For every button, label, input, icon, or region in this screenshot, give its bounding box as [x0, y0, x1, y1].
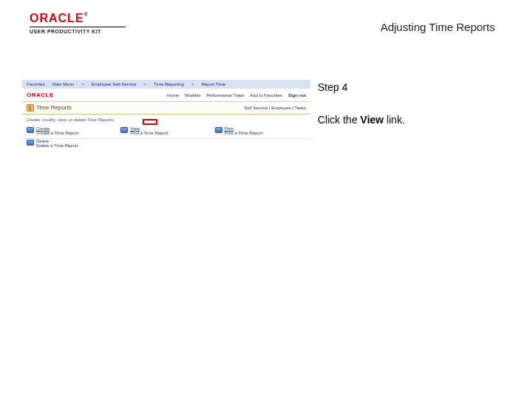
content-row: Favorites Main Menu > Employee Self-Serv… — [22, 80, 510, 152]
delete-sub: Delete a Time Report — [36, 143, 78, 148]
folder-icon — [27, 104, 34, 112]
logo-block: ORACLE® USER PRODUCTIVITY KIT — [30, 12, 126, 34]
app-instruction: Create, modify, view, or delete Time Rep… — [22, 115, 310, 125]
doc-icon — [120, 127, 128, 133]
nav-perf[interactable]: Performance Trace — [206, 93, 244, 98]
embedded-screenshot: Favorites Main Menu > Employee Self-Serv… — [22, 80, 310, 152]
instruction-panel: Step 4 Click the View link. — [318, 80, 495, 126]
crumb-time[interactable]: Time Reporting — [154, 82, 184, 86]
action-delete[interactable]: Delete Delete a Time Report — [22, 139, 310, 152]
app-breadcrumb-bar: Favorites Main Menu > Employee Self-Serv… — [22, 80, 310, 89]
nav-addfav[interactable]: Add to Favorites — [250, 93, 282, 98]
app-page-title: Time Reports — [27, 104, 72, 112]
highlight-box — [143, 119, 157, 125]
app-oracle-logo: ORACLE — [27, 92, 54, 98]
app-sub-header: Time Reports Self Service | Employee | T… — [22, 102, 310, 115]
action-print[interactable]: Print Print a Time Report — [215, 126, 306, 135]
instruction-prefix: Click the — [318, 114, 361, 126]
step-label: Step 4 — [318, 81, 495, 93]
nav-home[interactable]: Home — [167, 93, 179, 98]
doc-icon — [27, 140, 34, 146]
doc-icon — [27, 127, 34, 133]
page-header: ORACLE® USER PRODUCTIVITY KIT Adjusting … — [0, 0, 532, 44]
print-sub: Print a Time Report — [225, 131, 263, 135]
crumb-report[interactable]: Report Time — [201, 82, 225, 86]
view-sub: Find a Time Report — [130, 131, 168, 135]
page-title: Adjusting Time Reports — [381, 21, 495, 33]
app-top-nav: Home Worklist Performance Trace Add to F… — [167, 93, 306, 98]
app-brand-row: ORACLE Home Worklist Performance Trace A… — [22, 89, 310, 102]
app-actions-row-1: Create Create a Time Report View Find a … — [22, 125, 310, 139]
oracle-logo: ORACLE® — [30, 12, 126, 25]
nav-favorites[interactable]: Favorites — [27, 82, 45, 86]
crumb-ess[interactable]: Employee Self-Service — [92, 82, 137, 86]
instruction-suffix: link. — [383, 114, 405, 126]
instruction-bold: View — [361, 114, 384, 126]
nav-main-menu[interactable]: Main Menu — [52, 82, 75, 86]
instruction-text: Click the View link. — [318, 114, 495, 126]
action-view[interactable]: View Find a Time Report — [120, 126, 211, 135]
create-sub: Create a Time Report — [36, 131, 78, 135]
nav-signout[interactable]: Sign out — [288, 93, 306, 98]
logo-divider — [30, 27, 126, 27]
action-create[interactable]: Create Create a Time Report — [27, 126, 117, 135]
product-name: USER PRODUCTIVITY KIT — [30, 29, 126, 34]
nav-worklist[interactable]: Worklist — [185, 93, 200, 98]
app-help-trail: Self Service | Employee | Tasks — [244, 106, 306, 110]
doc-icon — [215, 127, 222, 133]
